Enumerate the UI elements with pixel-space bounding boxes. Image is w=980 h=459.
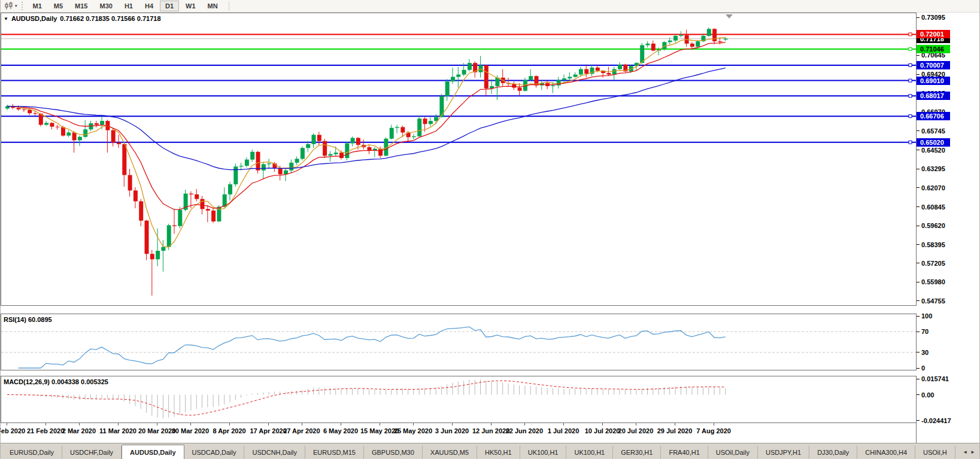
chart-tabbar: EURUSD,DailyUSDCHF,DailyAUDUSD,DailyUSDC…: [1, 443, 979, 459]
chart-tab-uk100-h1[interactable]: UK100,H1: [566, 446, 613, 459]
date-label: 7 Aug 2020: [696, 427, 731, 434]
date-label: 27 Apr 2020: [283, 427, 320, 434]
date-label: 25 May 2020: [394, 427, 432, 434]
chart-tab-eurusd-m15[interactable]: EURUSD,M15: [305, 446, 364, 459]
date-label: 20 Mar 2020: [138, 427, 175, 434]
macd-pane: MACD(12,26,9) 0.004338 0.005325 0.015741…: [1, 376, 979, 423]
macd-axis[interactable]: 0.0157410.00-0.024417: [917, 376, 979, 423]
chart-tab-uk100-h1[interactable]: UK100,H1: [520, 446, 567, 459]
timeframe-button-m5[interactable]: M5: [48, 1, 68, 11]
date-label: 1 Jul 2020: [548, 427, 579, 434]
main-plot[interactable]: ▼ AUDUSD,Daily 0.71662 0.71835 0.71566 0…: [1, 13, 917, 306]
date-label: 8 Apr 2020: [213, 427, 245, 434]
axis-tick-label: 0.62070: [917, 184, 945, 191]
axis-tick-label: 0.54755: [917, 297, 945, 305]
axis-tick-label: 0.63295: [917, 165, 945, 172]
chart-tab-eurusd-daily[interactable]: EURUSD,Daily: [2, 446, 62, 459]
chart-ohlc-values: 0.71662 0.71835 0.71566 0.71718: [60, 15, 160, 22]
axis-tick-label: -0.024417: [917, 417, 951, 423]
rsi-axis[interactable]: 10070300: [917, 314, 979, 370]
chevron-down-icon: ▾: [15, 4, 17, 8]
timeframe-buttons: M1M5M15M30H1H4D1W1MN: [27, 1, 224, 11]
chart-tab-audusd-daily[interactable]: AUDUSD,Daily: [122, 445, 184, 459]
macd-canvas[interactable]: [1, 376, 916, 422]
date-label: 17 Apr 2020: [250, 427, 286, 434]
axis-tick-label: 0.015741: [917, 376, 949, 382]
timeframe-button-m15[interactable]: M15: [69, 1, 93, 11]
date-tick: [602, 423, 603, 425]
macd-plot[interactable]: MACD(12,26,9) 0.004338 0.005325: [1, 376, 917, 423]
chart-tab-china300-h4[interactable]: CHINA300,H4: [857, 446, 915, 459]
candlestick-chart-icon: [4, 2, 14, 10]
date-label: 12 Feb 2020: [0, 427, 25, 434]
price-level-badge: 0.66706: [917, 112, 950, 120]
price-level-badge: 0.69010: [917, 77, 950, 85]
axis-tick-label: 0.58395: [917, 241, 945, 248]
timeframe-toolbar: ▾ M1M5M15M30H1H4D1W1MN: [1, 0, 979, 13]
main-chart-pane: ▼ AUDUSD,Daily 0.71662 0.71835 0.71566 0…: [1, 13, 979, 306]
toolbar-grip[interactable]: [22, 2, 23, 10]
chart-tab-ger30-h1[interactable]: GER30,H1: [613, 446, 661, 459]
pane-splitter[interactable]: [1, 370, 979, 376]
date-label: 30 Mar 2020: [172, 427, 209, 434]
axis-tick-label: 0.65745: [917, 127, 945, 135]
chart-tab-usoil-daily[interactable]: USOil,Daily: [708, 446, 758, 459]
chart-symbol: AUDUSD,Daily: [11, 15, 57, 22]
rsi-label: RSI(14) 60.0895: [4, 316, 52, 323]
axis-tick-label: 0.73095: [917, 14, 945, 21]
chart-tab-dj30-daily[interactable]: DJ30,Daily: [809, 446, 857, 459]
candlestick-canvas[interactable]: [1, 13, 916, 305]
price-level-badge: 0.72001: [917, 30, 950, 38]
timeframe-button-h1[interactable]: H1: [119, 1, 138, 11]
chart-tools-button[interactable]: ▾: [2, 1, 19, 11]
date-tick: [190, 423, 191, 425]
date-tick: [524, 423, 525, 425]
price-axis[interactable]: 0.730950.706450.694200.681950.669700.657…: [917, 13, 979, 306]
axis-tick-label: 0.55980: [917, 278, 945, 285]
axis-tick-label: 0.00: [917, 391, 934, 399]
chart-tab-gbpusd-m30[interactable]: GBPUSD,M30: [364, 446, 423, 459]
pane-splitter[interactable]: [1, 306, 979, 314]
chart-tab-usdcad-daily[interactable]: USDCAD,Daily: [184, 446, 245, 459]
timeframe-button-mn[interactable]: MN: [202, 1, 223, 11]
macd-header: MACD(12,26,9) 0.004338 0.005325: [4, 378, 108, 385]
chart-tab-hk50-h1[interactable]: HK50,H1: [477, 446, 520, 459]
date-tick: [413, 423, 414, 425]
chart-tab-xauusd-m5[interactable]: XAUUSD,M5: [423, 446, 477, 459]
timeframe-button-m1[interactable]: M1: [28, 1, 47, 11]
axis-tick-label: 0.57205: [917, 260, 945, 267]
date-tick: [157, 423, 157, 425]
chart-tab-usdchf-daily[interactable]: USDCHF,Daily: [62, 446, 122, 459]
date-label: 12 Jun 2020: [472, 427, 509, 434]
date-axis[interactable]: 12 Feb 202021 Feb 20202 Mar 202011 Mar 2…: [1, 423, 979, 443]
date-label: 3 Jun 2020: [435, 427, 469, 434]
date-tick: [675, 423, 675, 425]
rsi-pane: RSI(14) 60.0895 10070300: [1, 314, 979, 370]
collapse-icon[interactable]: ▼: [4, 16, 8, 22]
timeframe-button-d1[interactable]: D1: [160, 1, 179, 11]
timeframe-button-h4[interactable]: H4: [139, 1, 159, 11]
rsi-canvas[interactable]: [1, 314, 916, 370]
date-tick: [268, 423, 269, 425]
timeframe-button-w1[interactable]: W1: [180, 1, 201, 11]
date-tick: [380, 423, 380, 425]
tab-scroll-left-icon[interactable]: ◄: [963, 449, 967, 455]
timeframe-button-m30[interactable]: M30: [94, 1, 117, 11]
date-label: 6 May 2020: [323, 427, 358, 434]
price-level-badge: 0.68017: [917, 92, 950, 100]
date-tick: [302, 423, 302, 425]
chart-tab-fra40-h1[interactable]: FRA40,H1: [661, 446, 708, 459]
axis-tick-label: 0: [917, 364, 925, 370]
tab-scroll-right-icon[interactable]: ►: [970, 449, 975, 455]
rsi-plot[interactable]: RSI(14) 60.0895: [1, 314, 917, 370]
date-tick: [563, 423, 564, 425]
date-tick: [491, 423, 491, 425]
chart-tab-usdcnh-daily[interactable]: USDCNH,Daily: [244, 446, 305, 459]
chart-tab-usoil-h[interactable]: USOil,H: [915, 446, 955, 459]
chart-tab-usdjpy-h1[interactable]: USDJPY,H1: [758, 446, 809, 459]
price-level-badge: 0.70007: [917, 61, 950, 69]
date-label: 22 Jun 2020: [506, 427, 543, 434]
date-tick: [7, 423, 7, 425]
date-label: 2 Mar 2020: [62, 427, 96, 434]
macd-label: MACD(12,26,9) 0.004338 0.005325: [4, 378, 108, 385]
